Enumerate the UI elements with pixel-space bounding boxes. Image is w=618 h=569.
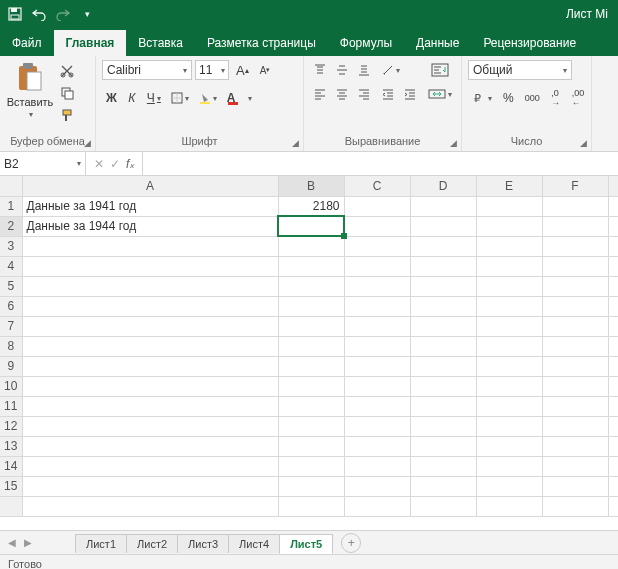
cell[interactable] — [344, 316, 410, 336]
increase-decimal-icon[interactable]: ,0→ — [547, 88, 565, 108]
cell[interactable] — [542, 336, 608, 356]
save-icon[interactable] — [6, 5, 24, 23]
bold-button[interactable]: Ж — [102, 88, 121, 108]
align-left-icon[interactable] — [310, 84, 330, 104]
cell[interactable] — [22, 296, 278, 316]
tab-insert[interactable]: Вставка — [126, 30, 195, 56]
underline-button[interactable]: Ч▾ — [143, 88, 165, 108]
font-size-select[interactable]: 11▾ — [195, 60, 229, 80]
cell[interactable] — [608, 336, 618, 356]
dialog-launcher-icon[interactable]: ◢ — [81, 137, 93, 149]
select-all-corner[interactable] — [0, 176, 22, 196]
cell-selected[interactable] — [278, 216, 344, 236]
cell[interactable] — [344, 456, 410, 476]
cell[interactable] — [344, 396, 410, 416]
undo-icon[interactable] — [30, 5, 48, 23]
increase-font-icon[interactable]: A▴ — [232, 60, 253, 80]
name-box[interactable]: B2▾ — [0, 152, 86, 175]
cell[interactable] — [278, 496, 344, 516]
cell[interactable] — [476, 316, 542, 336]
row-header[interactable]: 1 — [0, 196, 22, 216]
cell[interactable] — [410, 376, 476, 396]
decrease-font-icon[interactable]: A▾ — [256, 60, 275, 80]
format-painter-icon[interactable] — [58, 106, 76, 124]
cell[interactable] — [608, 236, 618, 256]
cell[interactable] — [278, 356, 344, 376]
row-header[interactable]: 11 — [0, 396, 22, 416]
cell[interactable] — [542, 196, 608, 216]
increase-indent-icon[interactable] — [400, 84, 420, 104]
cell[interactable] — [22, 276, 278, 296]
cell[interactable] — [476, 236, 542, 256]
decrease-indent-icon[interactable] — [378, 84, 398, 104]
cell[interactable] — [410, 276, 476, 296]
cell[interactable] — [608, 476, 618, 496]
cell[interactable] — [22, 476, 278, 496]
comma-format-icon[interactable]: 000 — [521, 88, 544, 108]
cell[interactable] — [344, 236, 410, 256]
cell[interactable] — [476, 396, 542, 416]
dialog-launcher-icon[interactable]: ◢ — [289, 137, 301, 149]
cell[interactable] — [344, 296, 410, 316]
cell[interactable] — [476, 216, 542, 236]
cell[interactable] — [476, 196, 542, 216]
cell[interactable] — [22, 316, 278, 336]
row-header[interactable]: 6 — [0, 296, 22, 316]
add-sheet-button[interactable]: + — [341, 533, 361, 553]
sheet-tab[interactable]: Лист1 — [75, 534, 127, 553]
row-header[interactable] — [0, 496, 22, 516]
cell[interactable] — [542, 456, 608, 476]
cell[interactable] — [278, 416, 344, 436]
cell[interactable] — [278, 256, 344, 276]
cell[interactable] — [608, 316, 618, 336]
copy-icon[interactable] — [58, 84, 76, 102]
cell[interactable] — [608, 456, 618, 476]
row-header[interactable]: 3 — [0, 236, 22, 256]
cell[interactable] — [344, 496, 410, 516]
cell[interactable] — [22, 496, 278, 516]
tab-file[interactable]: Файл — [0, 30, 54, 56]
cell[interactable] — [344, 276, 410, 296]
cell[interactable] — [410, 396, 476, 416]
cell[interactable] — [410, 476, 476, 496]
cell[interactable]: Данные за 1941 год — [22, 196, 278, 216]
cell[interactable] — [410, 216, 476, 236]
accept-formula-icon[interactable]: ✓ — [110, 157, 120, 171]
cell[interactable] — [608, 396, 618, 416]
qat-customize-icon[interactable]: ▾ — [78, 5, 96, 23]
cancel-formula-icon[interactable]: ✕ — [94, 157, 104, 171]
cell[interactable] — [608, 376, 618, 396]
cell[interactable] — [278, 436, 344, 456]
cell[interactable] — [344, 416, 410, 436]
cell[interactable] — [344, 476, 410, 496]
borders-icon[interactable]: ▾ — [167, 88, 193, 108]
row-header[interactable]: 14 — [0, 456, 22, 476]
cell[interactable] — [22, 456, 278, 476]
decrease-decimal-icon[interactable]: ,00← — [568, 88, 589, 108]
cell[interactable] — [22, 436, 278, 456]
row-header[interactable]: 4 — [0, 256, 22, 276]
sheet-nav-next-icon[interactable]: ▶ — [20, 537, 36, 548]
cell[interactable] — [608, 356, 618, 376]
tab-data[interactable]: Данные — [404, 30, 471, 56]
dialog-launcher-icon[interactable]: ◢ — [447, 137, 459, 149]
sheet-tab[interactable]: Лист2 — [126, 534, 178, 553]
cell[interactable] — [22, 376, 278, 396]
row-header[interactable]: 12 — [0, 416, 22, 436]
cell[interactable] — [278, 336, 344, 356]
cell[interactable] — [22, 396, 278, 416]
cell[interactable] — [608, 276, 618, 296]
cell[interactable] — [476, 276, 542, 296]
cell[interactable] — [410, 456, 476, 476]
col-header[interactable]: E — [476, 176, 542, 196]
sheet-tab[interactable]: Лист3 — [177, 534, 229, 553]
cut-icon[interactable] — [58, 62, 76, 80]
worksheet-grid[interactable]: A B C D E F 1Данные за 1941 год2180 2Дан… — [0, 176, 618, 530]
cell[interactable] — [542, 216, 608, 236]
fx-icon[interactable]: fₓ — [126, 157, 134, 171]
cell[interactable] — [608, 296, 618, 316]
cell[interactable] — [542, 416, 608, 436]
sheet-tab[interactable]: Лист4 — [228, 534, 280, 553]
cell[interactable] — [542, 496, 608, 516]
cell[interactable] — [542, 316, 608, 336]
